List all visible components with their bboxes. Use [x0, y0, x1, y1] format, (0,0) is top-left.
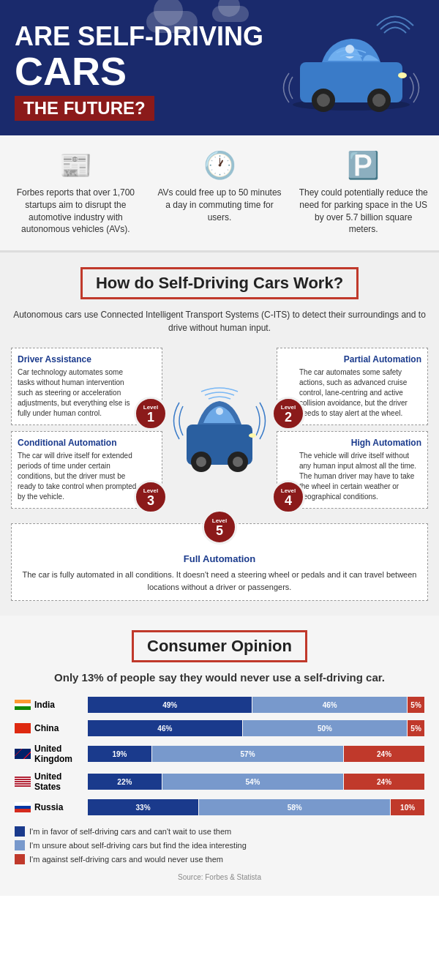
legend-item-2: I'm unsure about self-driving cars but f…	[15, 840, 424, 850]
svg-point-14	[249, 433, 256, 438]
level-1-text: Car technology automates some tasks with…	[18, 367, 140, 419]
stat-item-1: 📰 Forbes reports that over 1,700 startup…	[7, 150, 144, 236]
bar-uk-light: 57%	[152, 746, 343, 762]
level-3-badge: Level 3	[134, 480, 168, 514]
level-5-badge: Level 5	[202, 509, 237, 545]
source-text: Source: Forbes & Statista	[15, 873, 424, 889]
bar-russia-red: 10%	[391, 799, 424, 815]
legend-text-1: I'm in favor of self-driving cars and ca…	[29, 827, 231, 836]
level-3-card: Conditional Automation The car will driv…	[11, 431, 162, 509]
opinion-percent: 13%	[82, 671, 104, 684]
bar-india-red: 5%	[408, 697, 424, 713]
right-levels-col: Partial Automation The car automates som…	[277, 348, 428, 509]
stats-row: 📰 Forbes reports that over 1,700 startup…	[0, 135, 439, 253]
bars-uk: 19% 57% 24%	[88, 746, 424, 762]
header-line3: the Future?	[15, 96, 154, 121]
level-4-card: High Automation The vehicle will drive i…	[277, 431, 428, 509]
level-2-card: Partial Automation The car automates som…	[277, 348, 428, 425]
svg-point-13	[216, 408, 223, 415]
bar-us-blue: 22%	[88, 774, 162, 790]
svg-point-10	[196, 457, 206, 467]
level-1-title: Driver Assistance	[18, 354, 140, 364]
bar-china-light: 50%	[243, 720, 407, 736]
bar-chart: India 49% 46% 5% China 46% 50% 5%	[15, 697, 424, 815]
flag-india	[15, 700, 31, 710]
opinion-title-box: Consumer Opinion	[132, 630, 307, 662]
level-1-badge: Level 1	[134, 397, 168, 430]
bar-row-us: United States 22% 54% 24%	[15, 771, 424, 792]
how-subtitle: Autonomous cars use Connected Intelligen…	[11, 308, 428, 334]
bar-india-light: 46%	[252, 697, 407, 713]
flag-china	[15, 723, 31, 733]
bar-china-blue: 46%	[88, 720, 242, 736]
bar-russia-light: 58%	[199, 799, 390, 815]
country-russia: Russia	[15, 802, 88, 812]
newspaper-icon: 📰	[11, 150, 140, 181]
level-2-title: Partial Automation	[299, 354, 421, 364]
legend-dot-2	[15, 840, 25, 850]
level-1-card: Driver Assistance Car technology automat…	[11, 348, 162, 425]
level-4-text: The vehicle will drive itself without an…	[299, 451, 421, 502]
level-3-title: Conditional Automation	[18, 438, 140, 448]
bars-russia: 33% 58% 10%	[88, 799, 424, 815]
bar-china-red: 5%	[408, 720, 424, 736]
bar-row-china: China 46% 50% 5%	[15, 720, 424, 736]
parking-icon: 🅿️	[299, 150, 428, 181]
bar-india-blue: 49%	[88, 697, 252, 713]
how-section: How do Self-Driving Cars Work? Autonomou…	[0, 253, 439, 616]
stat-item-2: 🕐 AVs could free up to 50 minutes a day …	[151, 150, 288, 236]
legend-dot-3	[15, 854, 25, 864]
bar-row-russia: Russia 33% 58% 10%	[15, 799, 424, 815]
level-4-title: High Automation	[299, 438, 421, 448]
stat-item-3: 🅿️ They could potentially reduce the nee…	[295, 150, 432, 236]
bar-russia-blue: 33%	[88, 799, 198, 815]
level-4-badge: Level 4	[271, 480, 305, 514]
flag-us	[15, 777, 31, 787]
stat-text-2: AVs could free up to 50 minutes a day in…	[155, 187, 285, 223]
legend-item-1: I'm in favor of self-driving cars and ca…	[15, 826, 424, 837]
bars-us: 22% 54% 24%	[88, 774, 424, 790]
legend-dot-1	[15, 826, 25, 837]
how-title: How do Self-Driving Cars Work?	[96, 274, 343, 293]
bars-india: 49% 46% 5%	[88, 697, 424, 713]
level-5-text: The car is fully automated in all condit…	[19, 569, 420, 593]
bar-us-red: 24%	[344, 774, 424, 790]
header-line2: CARS	[15, 51, 424, 91]
center-car-col	[168, 362, 271, 494]
country-india: India	[15, 700, 88, 710]
left-levels-col: Driver Assistance Car technology automat…	[11, 348, 162, 509]
flag-russia	[15, 802, 31, 812]
levels-middle: Driver Assistance Car technology automat…	[11, 348, 428, 509]
legend-item-3: I'm against self-driving cars and would …	[15, 854, 424, 864]
bars-china: 46% 50% 5%	[88, 720, 424, 736]
level-2-text: The car automates some safety actions, s…	[299, 367, 421, 419]
flag-uk	[15, 749, 31, 759]
opinion-title: Consumer Opinion	[147, 637, 292, 656]
country-us: United States	[15, 771, 88, 792]
svg-point-12	[233, 457, 243, 467]
level-5-title: Full Automation	[19, 553, 420, 564]
header-title: ARE SELF-DRIVING CARS the Future?	[15, 22, 424, 121]
legend-text-2: I'm unsure about self-driving cars but f…	[29, 841, 247, 850]
country-uk: United Kingdom	[15, 744, 88, 764]
bar-uk-blue: 19%	[88, 746, 151, 762]
stat-text-3: They could potentially reduce the need f…	[299, 187, 428, 236]
how-title-box: How do Self-Driving Cars Work?	[80, 267, 359, 299]
chart-legend: I'm in favor of self-driving cars and ca…	[15, 826, 424, 864]
header-line1: ARE SELF-DRIVING	[15, 22, 424, 51]
bar-uk-red: 24%	[344, 746, 424, 762]
levels-container: Driver Assistance Car technology automat…	[11, 348, 428, 601]
country-china: China	[15, 723, 88, 733]
header-section: ARE SELF-DRIVING CARS the Future?	[0, 0, 439, 135]
level-5-card: Level 5 Full Automation The car is fully…	[11, 523, 428, 601]
bar-us-light: 54%	[162, 774, 343, 790]
cloud-decoration-2	[212, 6, 249, 22]
level-3-text: The car will drive itself for extended p…	[18, 451, 140, 502]
legend-text-3: I'm against self-driving cars and would …	[29, 855, 223, 864]
level-2-badge: Level 2	[271, 397, 305, 430]
stat-text-1: Forbes reports that over 1,700 startups …	[11, 187, 140, 236]
bar-row-uk: United Kingdom 19% 57% 24%	[15, 744, 424, 764]
consumer-opinion-section: Consumer Opinion Only 13% of people say …	[0, 616, 439, 896]
bar-row-india: India 49% 46% 5%	[15, 697, 424, 713]
opinion-subtitle: Only 13% of people say they would never …	[15, 671, 424, 684]
